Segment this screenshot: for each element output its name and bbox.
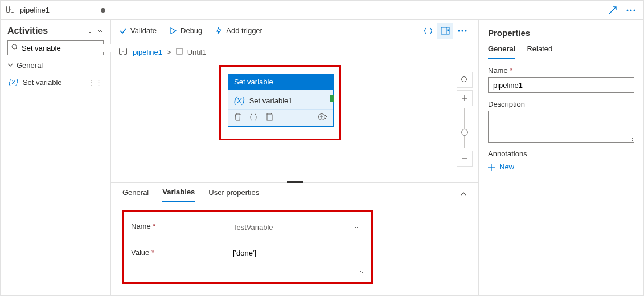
dirty-indicator-icon (101, 8, 105, 13)
tab-general[interactable]: General (122, 188, 149, 201)
breadcrumb-until-icon (176, 48, 183, 56)
svg-line-24 (466, 82, 469, 84)
pipeline-icon (6, 5, 15, 15)
zoom-fit-button[interactable] (457, 72, 473, 88)
zoom-slider[interactable] (464, 108, 465, 148)
tab-user-properties[interactable]: User properties (208, 188, 259, 201)
pipeline-name-input[interactable] (488, 77, 634, 93)
fx-icon: (x) (234, 95, 245, 106)
svg-point-3 (627, 9, 629, 11)
group-general-label: General (17, 61, 43, 70)
svg-rect-0 (7, 6, 10, 13)
chevron-down-icon (354, 223, 359, 232)
breadcrumb-root[interactable]: pipeline1 (133, 48, 162, 56)
zoom-in-button[interactable] (457, 90, 473, 106)
chevrons-down-icon[interactable] (87, 26, 93, 36)
properties-title: Properties (488, 28, 634, 38)
highlight-box: Name * TestVariable Value * (122, 210, 373, 284)
canvas-more-icon[interactable] (454, 23, 470, 39)
properties-pane: Properties General Related Name * Descri… (478, 20, 643, 295)
activity-set-variable[interactable]: {x} Set variable ⋮⋮ (7, 75, 104, 89)
add-annotation-button[interactable]: New (488, 163, 634, 171)
group-general[interactable]: General (7, 60, 104, 71)
copy-icon[interactable] (265, 113, 273, 123)
braces-icon[interactable] (249, 113, 257, 123)
tab-variables[interactable]: Variables (162, 188, 195, 202)
canvas-toolbar: Validate Debug Add trigger (111, 20, 478, 42)
var-name-label: Name (131, 222, 151, 230)
activity-search[interactable] (7, 40, 104, 55)
node-name: Set variable1 (249, 96, 293, 105)
zoom-controls (457, 72, 473, 167)
props-desc-label: Description (488, 100, 634, 108)
fx-icon: {x} (9, 78, 18, 87)
svg-rect-18 (177, 48, 182, 54)
variable-value-input[interactable] (228, 246, 364, 274)
activity-search-input[interactable] (22, 44, 117, 52)
svg-rect-19 (267, 115, 272, 120)
variable-name-value: TestVariable (233, 223, 273, 232)
search-icon (11, 44, 18, 52)
props-name-label: Name (488, 66, 508, 75)
delete-icon[interactable] (234, 113, 241, 123)
debug-label: Debug (181, 26, 202, 35)
variable-name-select[interactable]: TestVariable (228, 220, 364, 234)
breadcrumb-separator: > (167, 48, 171, 56)
drag-grip-icon: ⋮⋮ (88, 78, 102, 87)
add-trigger-button[interactable]: Add trigger (215, 26, 262, 35)
validate-button[interactable]: Validate (119, 26, 157, 35)
debug-button[interactable]: Debug (169, 26, 202, 35)
zoom-out-button[interactable] (457, 151, 473, 167)
chevron-down-icon (7, 61, 13, 70)
editor-tabbar: pipeline1 (1, 1, 643, 20)
node-type-label: Set variable (228, 74, 333, 90)
svg-point-5 (634, 9, 635, 11)
svg-point-13 (462, 30, 463, 31)
pipeline-tab-title: pipeline1 (20, 6, 50, 14)
activity-label: Set variable (23, 78, 62, 87)
add-output-icon[interactable] (318, 113, 327, 123)
activities-title: Activities (7, 26, 48, 36)
activity-node[interactable]: Set variable (x) Set variable1 (228, 74, 334, 127)
add-trigger-label: Add trigger (226, 26, 262, 35)
more-menu-icon[interactable] (623, 2, 639, 18)
add-annotation-label: New (499, 163, 514, 171)
svg-rect-15 (120, 48, 122, 55)
expand-icon[interactable] (605, 2, 621, 18)
svg-point-6 (12, 44, 17, 49)
svg-point-4 (630, 9, 632, 11)
highlight-box: Set variable (x) Set variable1 (219, 65, 341, 140)
var-value-label: Value (131, 248, 149, 257)
zoom-thumb[interactable] (461, 129, 468, 136)
svg-point-12 (458, 30, 460, 31)
svg-line-7 (16, 48, 18, 50)
svg-point-23 (462, 77, 467, 82)
validate-label: Validate (130, 26, 157, 35)
svg-point-14 (465, 30, 467, 31)
svg-rect-1 (11, 6, 14, 13)
pipeline-description-input[interactable] (488, 111, 634, 143)
code-view-icon[interactable] (420, 23, 436, 39)
collapse-left-icon[interactable] (97, 26, 104, 36)
pipeline-canvas[interactable]: Set variable (x) Set variable1 (111, 63, 478, 182)
success-port-icon[interactable] (330, 95, 334, 102)
breadcrumb: pipeline1 > Until1 (111, 42, 478, 62)
activity-settings-panel: General Variables User properties Name *… (111, 182, 478, 295)
properties-toggle-icon[interactable] (437, 23, 453, 39)
collapse-panel-icon[interactable] (460, 190, 467, 199)
pipeline-tab[interactable]: pipeline1 (1, 5, 111, 15)
breadcrumb-pipeline-icon (119, 48, 128, 56)
breadcrumb-child: Until1 (187, 48, 206, 56)
props-tab-related[interactable]: Related (527, 44, 552, 59)
props-annotations-label: Annotations (488, 149, 634, 158)
svg-rect-16 (124, 48, 127, 55)
props-tab-general[interactable]: General (488, 44, 515, 59)
activities-sidebar: Activities General {x} Set variable ⋮⋮ (1, 20, 111, 295)
